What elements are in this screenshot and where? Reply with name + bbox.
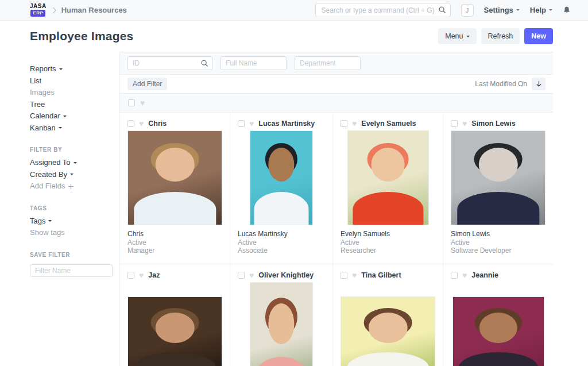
arrow-down-icon [536, 80, 542, 88]
photo-head-shape [478, 148, 517, 182]
global-search [315, 3, 451, 17]
filter-name-input[interactable] [30, 264, 113, 277]
notifications-bell-icon[interactable] [563, 6, 571, 14]
employee-photo[interactable] [341, 296, 435, 366]
card-title[interactable]: Jeannie [471, 271, 498, 279]
photo-head-shape [155, 148, 194, 182]
card-name[interactable]: Chris [127, 230, 222, 238]
heart-icon[interactable]: ♥ [139, 271, 144, 279]
breadcrumb[interactable]: Human Resources [61, 6, 127, 14]
card-title[interactable]: Evelyn Samuels [361, 120, 416, 128]
card-role: Researcher [341, 246, 435, 255]
card-checkbox[interactable] [451, 120, 458, 127]
employee-photo[interactable] [127, 130, 222, 225]
settings-menu[interactable]: Settings [484, 6, 520, 14]
card-title[interactable]: Lucas Martinsky [258, 120, 315, 128]
card-checkbox[interactable] [341, 120, 347, 127]
sidebar-item-add-fields[interactable]: Add Fields [30, 180, 113, 192]
card-title[interactable]: Tina Gilbert [361, 271, 401, 279]
card-role: Manager [127, 246, 222, 255]
list-sidebar: Reports List Images Tree Calendar Kanban… [0, 52, 120, 366]
settings-label: Settings [484, 6, 513, 14]
menu-button[interactable]: Menu [438, 28, 476, 44]
card-status: Active [341, 238, 435, 246]
photo-torso-shape [353, 192, 423, 225]
card-title[interactable]: Simon Lewis [471, 120, 515, 128]
search-input[interactable] [315, 3, 451, 17]
sidebar-item-tags[interactable]: Tags [30, 215, 113, 228]
app-logo[interactable]: JASA ERP [30, 3, 47, 17]
page-head: Employee Images Menu Refresh New [0, 21, 588, 52]
department-filter-input[interactable] [295, 56, 361, 70]
select-all-row: ♥ [120, 94, 553, 113]
chevron-down-icon [48, 220, 52, 224]
chevron-down-icon [63, 115, 67, 119]
help-menu[interactable]: Help [530, 6, 552, 14]
id-filter-input[interactable] [127, 56, 212, 70]
card-title[interactable]: Chris [148, 120, 167, 128]
heart-icon[interactable]: ♥ [352, 271, 357, 279]
page-title: Employee Images [30, 29, 438, 43]
full-name-filter-input[interactable] [220, 56, 287, 70]
card-checkbox[interactable] [127, 272, 134, 279]
heart-icon[interactable]: ♥ [462, 271, 467, 279]
card-checkbox[interactable] [127, 120, 134, 127]
search-icon [438, 6, 446, 16]
add-filter-button[interactable]: Add Filter [127, 78, 167, 90]
search-icon [200, 59, 208, 70]
chevron-down-icon [466, 36, 470, 39]
sidebar-item-tree[interactable]: Tree [30, 99, 113, 111]
sidebar-item-reports[interactable]: Reports [30, 63, 113, 75]
employee-photo[interactable] [250, 282, 313, 366]
logo-erp-badge: ERP [30, 10, 45, 17]
card-checkbox[interactable] [451, 272, 458, 279]
sort-field-label[interactable]: Last Modified On [475, 80, 527, 88]
photo-torso-shape [134, 192, 216, 225]
sidebar-item-show-tags[interactable]: Show tags [30, 227, 113, 239]
sidebar-item-images[interactable]: Images [30, 87, 113, 99]
heart-icon[interactable]: ♥ [249, 120, 254, 128]
employee-photo[interactable] [250, 130, 313, 225]
employee-photo[interactable] [347, 130, 429, 225]
heart-icon[interactable]: ♥ [139, 120, 144, 128]
logo-text: JASA [30, 3, 47, 9]
navbar: JASA ERP Human Resources J Settings Help [0, 0, 588, 21]
select-all-checkbox[interactable] [128, 99, 135, 106]
card-name[interactable]: Simon Lewis [451, 230, 546, 238]
chevron-down-icon [70, 174, 74, 177]
employee-photo[interactable] [451, 130, 546, 225]
save-filter-heading: SAVE FILTER [30, 252, 113, 258]
heart-icon[interactable]: ♥ [140, 99, 145, 107]
card-checkbox[interactable] [341, 272, 347, 279]
plus-icon [68, 183, 74, 190]
card-checkbox[interactable] [238, 120, 245, 127]
employee-card: ♥ Tina Gilbert Tina Gilbert [333, 264, 443, 366]
heart-icon[interactable]: ♥ [462, 120, 467, 128]
heart-icon[interactable]: ♥ [249, 271, 254, 279]
photo-head-shape [268, 148, 294, 182]
filter-by-heading: FILTER BY [30, 147, 113, 153]
employee-photo[interactable] [127, 296, 222, 366]
sidebar-item-kanban[interactable]: Kanban [30, 122, 113, 134]
sidebar-item-list[interactable]: List [30, 75, 113, 87]
card-name[interactable]: Lucas Martinsky [238, 230, 325, 238]
chevron-down-icon [59, 68, 63, 72]
card-role: Software Developer [451, 246, 546, 255]
chevron-down-icon [74, 162, 77, 165]
sidebar-item-created-by[interactable]: Created By [30, 169, 113, 181]
card-title[interactable]: Oliver Knightley [258, 271, 314, 279]
avatar[interactable]: J [461, 4, 474, 17]
sidebar-item-assigned-to[interactable]: Assigned To [30, 157, 113, 169]
heart-icon[interactable]: ♥ [352, 120, 357, 128]
card-role: Associate [238, 246, 325, 255]
sidebar-item-calendar[interactable]: Calendar [30, 110, 113, 122]
card-status: Active [238, 238, 325, 246]
employee-photo[interactable] [452, 296, 544, 366]
sort-direction-button[interactable] [532, 78, 546, 90]
card-checkbox[interactable] [238, 272, 245, 279]
card-title[interactable]: Jaz [148, 271, 160, 279]
refresh-button[interactable]: Refresh [481, 28, 520, 44]
new-button[interactable]: New [524, 28, 553, 44]
standard-filter-row [120, 52, 553, 75]
card-name[interactable]: Evelyn Samuels [341, 230, 435, 238]
